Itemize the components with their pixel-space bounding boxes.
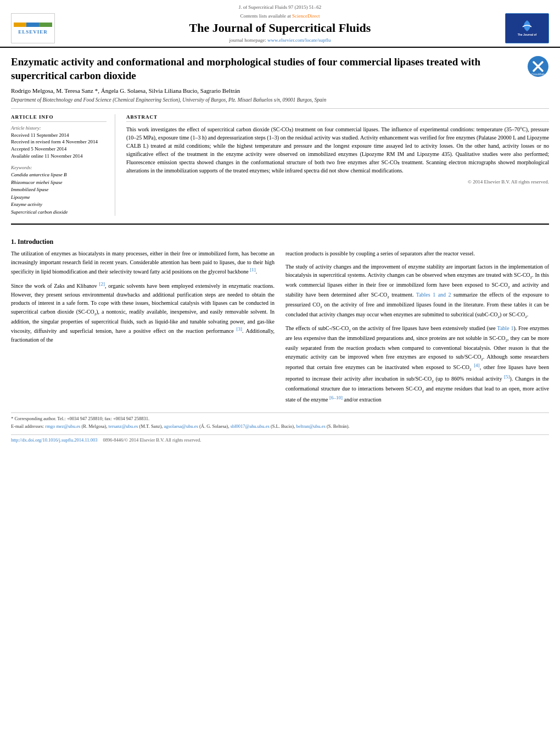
ref-5[interactable]: [5] — [504, 374, 510, 380]
svg-text:The Journal of: The Journal of — [518, 33, 537, 36]
elsevier-logo-text: ELSEVIER — [18, 29, 48, 35]
footer-links: http://dx.doi.org/10.1016/j.supflu.2014.… — [11, 437, 549, 443]
body-section: 1. Introduction The utilization of enzym… — [0, 230, 560, 408]
footnote-section: * Corresponding author. Tel.: +0034 947 … — [11, 412, 549, 430]
email4-person: (S.L. Bucio), — [271, 423, 295, 429]
article-section: Enzymatic activity and conformational an… — [0, 48, 560, 103]
received-revised-date: Received in revised form 4 November 2014 — [11, 138, 107, 146]
ref-4[interactable]: [4] — [474, 362, 480, 368]
abstract-label: ABSTRACT — [126, 114, 549, 122]
body-right-p2: The study of activity changes and the im… — [285, 263, 549, 320]
email3-person: (Á. G. Solaesa), — [199, 423, 229, 429]
homepage-link[interactable]: www.elsevier.com/locate/supflu — [267, 37, 331, 43]
keyword-5: Enzyme activity — [11, 201, 107, 209]
ref-3[interactable]: [3] — [236, 326, 242, 332]
keyword-2: Rhizomucor miehei lipase — [11, 179, 107, 187]
crossmark-badge[interactable]: CrossMark — [527, 55, 549, 77]
body-right-p3: The effects of subC-/SC-CO2 on the activ… — [285, 324, 549, 404]
abstract-text: This work investigates the effect of sup… — [126, 125, 549, 175]
article-info-col: ARTICLE INFO Article history: Received 1… — [11, 114, 115, 216]
doi-link[interactable]: http://dx.doi.org/10.1016/j.supflu.2014.… — [11, 437, 98, 443]
body-right-col: reaction products is possible by couplin… — [285, 249, 549, 408]
email5[interactable]: beltran@ubu.es — [296, 423, 325, 429]
email2[interactable]: tersanz@ubu.es — [109, 423, 138, 429]
article-title: Enzymatic activity and conformational an… — [11, 55, 527, 82]
ref-2[interactable]: [2] — [99, 281, 105, 287]
body-left-p2: Since the work of Zaks and Klibanov [2],… — [11, 281, 275, 344]
body-left-col: The utilization of enzymes as biocatalys… — [11, 249, 275, 408]
journal-center-header: Contents lists available at ScienceDirec… — [55, 13, 505, 43]
divider-2 — [11, 224, 549, 225]
journal-ref: J. of Supercritical Fluids 97 (2015) 51–… — [11, 4, 549, 10]
article-info-label: ARTICLE INFO — [11, 114, 107, 122]
sciencedirect-link[interactable]: ScienceDirect — [292, 13, 320, 19]
email3[interactable]: agsolaesa@ubu.es — [164, 423, 198, 429]
email2-person: (M.T. Sanz), — [139, 423, 163, 429]
ref-6-10[interactable]: [6–10] — [329, 395, 343, 400]
section1-heading: 1. Introduction — [11, 238, 549, 246]
copyright: © 2014 Elsevier B.V. All rights reserved… — [126, 179, 549, 185]
corresponding-author-text: * Corresponding author. Tel.: +0034 947 … — [11, 416, 149, 421]
authors: Rodrigo Melgosa, M. Teresa Sanz *, Ángel… — [11, 87, 549, 95]
email5-person: (S. Beltrán). — [327, 423, 350, 429]
article-meta-section: ARTICLE INFO Article history: Received 1… — [0, 114, 560, 216]
body-two-col: The utilization of enzymes as biocatalys… — [11, 249, 549, 408]
available-online-date: Available online 11 November 2014 — [11, 153, 107, 160]
ref-1[interactable]: [1] — [250, 267, 256, 272]
keyword-1: Candida antarctica lipase B — [11, 171, 107, 179]
journal-logo-inner: The Journal of — [516, 16, 538, 41]
divider-1 — [11, 108, 549, 109]
journal-right-logo: The Journal of — [505, 13, 549, 43]
page: J. of Supercritical Fluids 97 (2015) 51–… — [0, 0, 560, 742]
keywords-label: Keywords: — [11, 165, 107, 170]
title-crossmark-row: Enzymatic activity and conformational an… — [11, 55, 549, 82]
affiliation: Department of Biotechnology and Food Sci… — [11, 97, 549, 103]
body-right-p1: reaction products is possible by couplin… — [285, 249, 549, 258]
email-addresses: E-mail addresses: rmgo mez@ubu.es (R. Me… — [11, 423, 549, 430]
svg-text:CrossMark: CrossMark — [531, 72, 545, 76]
journal-title: The Journal of Supercritical Fluids — [66, 21, 494, 35]
abstract-col: ABSTRACT This work investigates the effe… — [126, 114, 549, 216]
body-left-p1: The utilization of enzymes as biocatalys… — [11, 249, 275, 276]
table-1-link[interactable]: Table 1 — [497, 325, 514, 331]
keyword-4: Lipozyme — [11, 194, 107, 202]
issn-text: 0896-8446/© 2014 Elsevier B.V. All right… — [103, 437, 201, 443]
journal-header: J. of Supercritical Fluids 97 (2015) 51–… — [0, 0, 560, 48]
elsevier-color-bar — [14, 23, 52, 27]
homepage-label: journal homepage: — [229, 37, 266, 43]
sciencedirect-text: Contents lists available at — [240, 13, 291, 19]
homepage-line: journal homepage: www.elsevier.com/locat… — [66, 37, 494, 43]
journal-logo-letter: The Journal of — [517, 17, 537, 40]
received-date: Received 11 September 2014 — [11, 132, 107, 139]
sciencedirect-line: Contents lists available at ScienceDirec… — [66, 13, 494, 19]
email4[interactable]: sbl0017@ahu.ubu.es — [231, 423, 270, 429]
history-label: Article history: — [11, 125, 107, 131]
keywords-list: Candida antarctica lipase B Rhizomucor m… — [11, 171, 107, 216]
email-label: E-mail addresses: — [11, 423, 44, 429]
email1-person: (R. Melgosa), — [81, 423, 107, 429]
email1[interactable]: rmgo mez@ubu.es — [45, 423, 80, 429]
elsevier-logo: ELSEVIER — [11, 13, 55, 43]
accepted-date: Accepted 5 November 2014 — [11, 146, 107, 153]
table-1-2-link[interactable]: Tables 1 and 2 — [416, 292, 451, 298]
keyword-6: Supercritical carbon dioxide — [11, 209, 107, 216]
author-names: Rodrigo Melgosa, M. Teresa Sanz *, Ángel… — [11, 87, 240, 94]
keyword-3: Immobilized lipase — [11, 186, 107, 194]
footer-bar: http://dx.doi.org/10.1016/j.supflu.2014.… — [11, 434, 549, 443]
corresponding-author-note: * Corresponding author. Tel.: +0034 947 … — [11, 416, 549, 422]
